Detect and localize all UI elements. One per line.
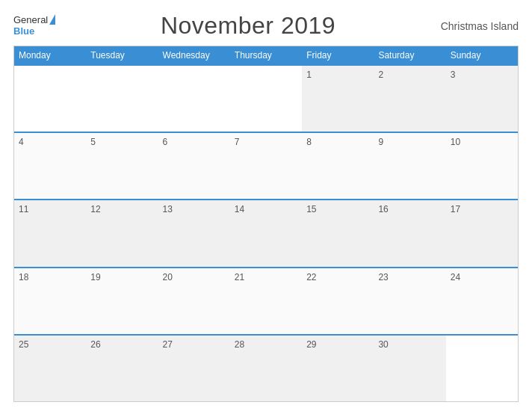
calendar-day-cell: 24 (446, 268, 518, 334)
day-number: 22 (306, 272, 369, 282)
calendar-week-row: 252627282930 (14, 334, 518, 401)
calendar-day-cell: 4 (14, 133, 86, 199)
calendar-day-cell: 14 (230, 200, 302, 266)
calendar-day-cell (14, 66, 86, 132)
calendar-day-cell (230, 66, 302, 132)
day-number: 24 (451, 272, 513, 282)
day-number: 18 (19, 272, 81, 282)
logo-general: General (13, 15, 48, 25)
calendar-day-cell: 5 (86, 133, 158, 199)
calendar-day-cell (86, 66, 158, 132)
day-number: 26 (90, 339, 153, 350)
calendar-day-cell: 2 (374, 66, 445, 132)
day-number: 12 (90, 204, 153, 214)
calendar-week-row: 123 (14, 64, 518, 132)
calendar-day-cell: 7 (230, 133, 302, 199)
header-friday: Friday (302, 46, 374, 64)
calendar-day-cell (446, 336, 518, 401)
location-label: Christmas Island (441, 20, 519, 32)
calendar-week-row: 45678910 (14, 132, 518, 199)
day-number: 21 (235, 272, 297, 282)
day-number: 2 (378, 69, 441, 80)
day-number: 5 (90, 137, 153, 147)
header-thursday: Thursday (230, 46, 302, 64)
day-number: 28 (235, 339, 297, 350)
calendar-weekday-header: Monday Tuesday Wednesday Thursday Friday… (14, 46, 518, 64)
day-number: 27 (163, 339, 226, 350)
header-saturday: Saturday (374, 46, 445, 64)
calendar-day-cell: 8 (302, 133, 374, 199)
calendar-day-cell: 16 (374, 200, 445, 266)
calendar-day-cell: 25 (14, 336, 86, 401)
calendar-day-cell: 11 (14, 200, 86, 266)
calendar-day-cell: 27 (158, 336, 230, 401)
day-number: 11 (19, 204, 81, 214)
day-number: 15 (306, 204, 369, 214)
calendar-day-cell: 30 (374, 336, 445, 401)
day-number: 10 (451, 137, 513, 147)
calendar-day-cell: 3 (446, 66, 518, 132)
header-wednesday: Wednesday (158, 46, 230, 64)
calendar-day-cell: 21 (230, 268, 302, 334)
calendar-day-cell: 15 (302, 200, 374, 266)
logo: General Blue (13, 14, 55, 37)
day-number: 20 (163, 272, 226, 282)
day-number: 9 (378, 137, 441, 147)
calendar-day-cell: 17 (446, 200, 518, 266)
day-number: 3 (451, 69, 513, 80)
day-number: 30 (378, 339, 441, 350)
calendar-day-cell: 9 (374, 133, 445, 199)
day-number: 13 (163, 204, 226, 214)
calendar-day-cell: 13 (158, 200, 230, 266)
day-number: 6 (163, 137, 226, 147)
calendar-day-cell: 1 (302, 66, 374, 132)
day-number: 19 (90, 272, 153, 282)
logo-triangle-icon (49, 14, 55, 25)
calendar-body: 1234567891011121314151617181920212223242… (14, 64, 518, 401)
calendar-day-cell (158, 66, 230, 132)
calendar-page: General Blue November 2019 Christmas Isl… (0, 0, 532, 411)
calendar-day-cell: 12 (86, 200, 158, 266)
logo-blue: Blue (13, 26, 34, 37)
calendar-day-cell: 22 (302, 268, 374, 334)
calendar-header: General Blue November 2019 Christmas Isl… (13, 12, 519, 40)
header-tuesday: Tuesday (86, 46, 158, 64)
day-number: 7 (235, 137, 297, 147)
day-number: 1 (306, 69, 369, 80)
calendar-grid: Monday Tuesday Wednesday Thursday Friday… (13, 46, 519, 402)
calendar-day-cell: 23 (374, 268, 445, 334)
calendar-day-cell: 20 (158, 268, 230, 334)
calendar-day-cell: 26 (86, 336, 158, 401)
day-number: 25 (19, 339, 81, 350)
calendar-day-cell: 29 (302, 336, 374, 401)
calendar-day-cell: 18 (14, 268, 86, 334)
header-monday: Monday (14, 46, 86, 64)
calendar-day-cell: 28 (230, 336, 302, 401)
day-number: 4 (19, 137, 81, 147)
day-number: 23 (378, 272, 441, 282)
calendar-day-cell: 19 (86, 268, 158, 334)
day-number: 29 (306, 339, 369, 350)
month-title: November 2019 (161, 12, 335, 40)
calendar-day-cell: 6 (158, 133, 230, 199)
calendar-week-row: 11121314151617 (14, 199, 518, 266)
calendar-day-cell: 10 (446, 133, 518, 199)
calendar-week-row: 18192021222324 (14, 267, 518, 334)
day-number: 17 (451, 204, 513, 214)
header-sunday: Sunday (446, 46, 518, 64)
day-number: 8 (306, 137, 369, 147)
day-number: 16 (378, 204, 441, 214)
day-number: 14 (235, 204, 297, 214)
